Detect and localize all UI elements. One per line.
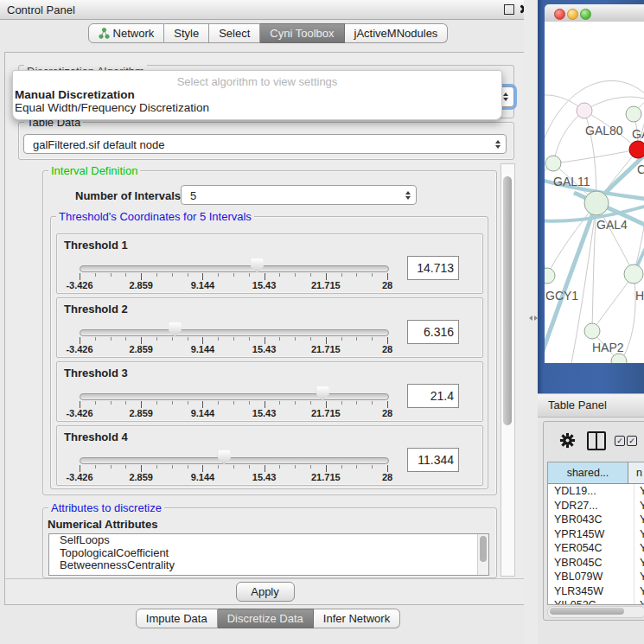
tab-network[interactable]: Network — [88, 23, 165, 43]
tab-cyni-toolbox[interactable]: Cyni Toolbox — [260, 23, 344, 43]
node-gal4[interactable] — [584, 191, 609, 215]
panel-scrollbar[interactable] — [501, 163, 515, 577]
tab-style[interactable]: Style — [164, 23, 209, 43]
cell-name: YDL1 — [634, 484, 644, 499]
slider-track[interactable] — [80, 265, 389, 272]
attribute-list-item[interactable]: TopologicalCoefficient — [49, 547, 488, 560]
thresholds-group-label: Threshold's Coordinates for 5 Intervals — [56, 210, 254, 223]
list-scrollbar[interactable] — [477, 534, 488, 575]
thresholds-group: Threshold's Coordinates for 5 Intervals … — [50, 216, 488, 489]
float-panel-icon[interactable] — [504, 4, 514, 15]
panel-scrollbar-thumb[interactable] — [503, 176, 512, 425]
close-window-icon[interactable] — [554, 9, 565, 20]
list-scrollbar-thumb[interactable] — [480, 536, 487, 562]
table-row[interactable]: YLR345WYLR3 — [548, 584, 644, 599]
combo-arrows-icon — [503, 92, 508, 101]
table-row[interactable]: YBR045CYBR0 — [548, 556, 644, 571]
tick-label: 21.715 — [311, 280, 341, 290]
table-data-value: galFiltered.sif default node — [33, 137, 164, 150]
table-hscrollbar-thumb[interactable] — [550, 608, 624, 615]
attribute-list-item[interactable]: SelfLoops — [49, 534, 488, 547]
algorithm-option-manual[interactable]: Manual Discretization — [15, 88, 135, 101]
cell-shared-name: YDR27... — [548, 499, 634, 513]
table-row[interactable]: YDL19...YDL1 — [548, 484, 644, 499]
tick-label: 15.43 — [252, 408, 277, 418]
threshold-panel-2: Threshold 2-3.4262.8599.14415.4321.71528… — [56, 297, 483, 358]
tab-label: jActiveMNodules — [354, 27, 438, 40]
numerical-attributes-list[interactable]: SelfLoopsTopologicalCoefficientBetweenne… — [48, 533, 489, 576]
cyni-mode-tab-strip: Impute DataDiscretize DataInfer Network — [0, 609, 536, 628]
node-gal80[interactable] — [577, 103, 592, 118]
node-h[interactable] — [624, 265, 643, 284]
tab-impute-data[interactable]: Impute Data — [136, 609, 218, 628]
tick-label: 21.715 — [311, 344, 341, 354]
threshold-label: Threshold 3 — [64, 367, 128, 379]
tick-label: 28 — [382, 280, 392, 290]
tick-label: -3.426 — [66, 280, 92, 290]
tab-label: Cyni Toolbox — [270, 27, 334, 40]
tab-infer-network[interactable]: Infer Network — [314, 609, 400, 628]
table-row[interactable]: YBR043CYBR0 — [548, 513, 644, 527]
table-row[interactable]: YBL079WYBL0 — [548, 570, 644, 584]
panel-resize-grip[interactable] — [529, 313, 538, 322]
node-label: C — [637, 163, 644, 176]
table-data-select[interactable]: galFiltered.sif default node — [23, 134, 507, 154]
slider-track[interactable] — [80, 393, 389, 400]
table-panel-title: Table Panel — [548, 399, 607, 411]
cell-name: YBR0 — [634, 556, 644, 571]
threshold-value-field[interactable]: 21.4 — [407, 384, 459, 408]
threshold-value-field[interactable]: 14.713 — [407, 256, 459, 280]
apply-bar: Apply — [5, 578, 525, 604]
minimize-window-icon[interactable] — [567, 9, 578, 20]
network-icon — [99, 28, 110, 39]
panel-divider[interactable] — [524, 0, 538, 644]
cell-name: YDR2 — [634, 499, 644, 513]
node-gal11[interactable] — [545, 156, 561, 171]
tick-label: 21.715 — [311, 472, 341, 482]
gear-icon[interactable] — [559, 432, 576, 452]
node-selected-red[interactable] — [629, 141, 644, 158]
cell-name: YER0 — [634, 541, 644, 556]
algorithm-option-equal-width[interactable]: Equal Width/Frequency Discretization — [15, 101, 209, 114]
tick-label: 15.43 — [252, 280, 277, 290]
cell-shared-name: YLR345W — [548, 584, 634, 599]
apply-button[interactable]: Apply — [236, 582, 295, 602]
slider-track[interactable] — [80, 329, 389, 336]
node-ga[interactable] — [626, 106, 641, 122]
algorithm-hint: Select algorithm to view settings — [13, 75, 501, 88]
node-gcy1[interactable] — [545, 268, 555, 284]
tick-label: 2.859 — [129, 472, 153, 482]
table-row[interactable]: YIL052CYIL0 — [548, 598, 644, 605]
tab-jactivemnodules[interactable]: jActiveMNodules — [345, 23, 449, 43]
cell-shared-name: YDL19... — [548, 484, 634, 499]
table-row[interactable]: YER054CYER0 — [548, 541, 644, 556]
table-row[interactable]: YDR27...YDR2 — [548, 499, 644, 513]
tab-select[interactable]: Select — [209, 23, 260, 43]
checkbox-icon[interactable] — [615, 436, 625, 446]
zoom-window-icon[interactable] — [580, 9, 591, 20]
table-hscrollbar[interactable] — [547, 606, 644, 618]
tick-label: -3.426 — [66, 408, 92, 418]
column-header-name[interactable]: n — [628, 462, 644, 483]
split-columns-icon[interactable] — [587, 431, 606, 450]
attribute-list-item[interactable]: BetweennessCentrality — [49, 559, 488, 572]
checkbox-icon[interactable] — [627, 436, 637, 446]
table-row[interactable]: YPR145WYPR1 — [548, 527, 644, 542]
control-panel-titlebar: Control Panel — [0, 0, 536, 20]
node-table[interactable]: shared... n YDL19...YDL1YDR27...YDR2YBR0… — [547, 462, 644, 605]
cell-name: YBL0 — [634, 570, 644, 584]
network-window-titlebar[interactable] — [545, 4, 644, 22]
network-canvas[interactable]: GAL80 GA C GAL11 GAL4 GCY1 H HAP2 — [545, 22, 644, 363]
interval-definition-group: Interval Definition Number of Intervals … — [42, 170, 497, 495]
cell-shared-name: YPR145W — [548, 527, 634, 542]
slider-track[interactable] — [80, 457, 389, 464]
tab-discretize-data[interactable]: Discretize Data — [218, 609, 314, 628]
cell-shared-name: YBR045C — [548, 556, 634, 571]
node-hap2[interactable] — [584, 323, 600, 339]
tick-label: 9.144 — [191, 472, 215, 482]
threshold-value-field[interactable]: 6.316 — [407, 320, 459, 344]
column-header-shared-name[interactable]: shared... — [548, 462, 628, 483]
number-of-intervals-select[interactable]: 5 — [181, 185, 417, 205]
threshold-label: Threshold 1 — [64, 239, 128, 252]
threshold-value-field[interactable]: 11.344 — [407, 448, 459, 472]
